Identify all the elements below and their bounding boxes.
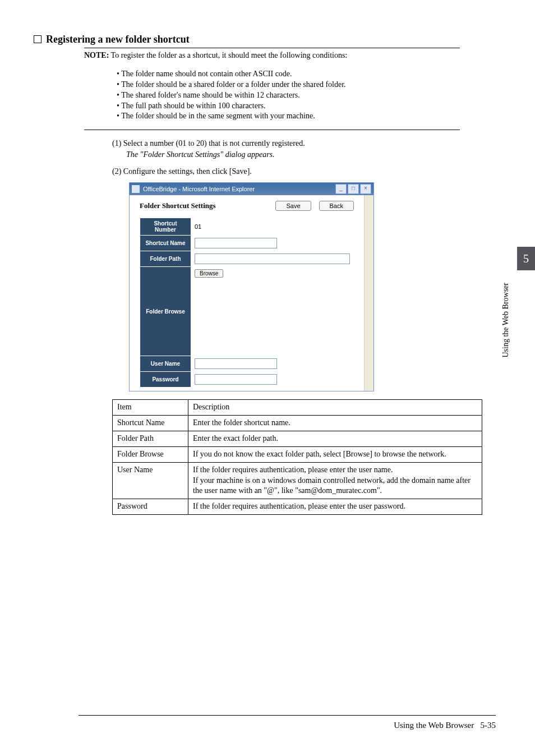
save-button[interactable]: Save <box>275 201 311 211</box>
table-item: Folder Path <box>113 431 188 446</box>
divider-top <box>84 48 460 48</box>
table-item: Folder Browse <box>113 446 188 462</box>
note-bullet: The folder name should not contain other… <box>123 69 496 80</box>
window-titlebar: OfficeBridge - Microsoft Internet Explor… <box>130 183 373 195</box>
field-label-folder-path: Folder Path <box>140 251 191 267</box>
note-label: NOTE: <box>84 51 109 59</box>
footer-text: Using the Web Browser <box>394 721 474 730</box>
table-desc: If the folder requires authentication, p… <box>188 499 482 515</box>
section-heading-text: Registering a new folder shortcut <box>46 34 190 45</box>
checkbox-bullet-icon <box>34 35 41 43</box>
table-desc: Enter the exact folder path. <box>188 431 482 446</box>
field-label-folder-browse: Folder Browse <box>140 267 191 356</box>
table-item: User Name <box>113 462 188 499</box>
table-item: Shortcut Name <box>113 416 188 431</box>
field-label-user-name: User Name <box>140 356 191 372</box>
table-row: Shortcut Name Enter the folder shortcut … <box>113 416 482 431</box>
folder-path-input[interactable] <box>195 253 350 264</box>
shortcut-name-input[interactable] <box>195 238 277 248</box>
section-heading: Registering a new folder shortcut <box>34 34 496 45</box>
note-bullet: The shared folder's name should be withi… <box>123 90 496 101</box>
dialog-screenshot: OfficeBridge - Microsoft Internet Explor… <box>129 182 496 391</box>
table-header-item: Item <box>113 400 188 416</box>
table-row: Folder Path Enter the exact folder path. <box>113 431 482 446</box>
close-icon[interactable]: × <box>360 184 371 194</box>
page-footer: Using the Web Browser 5-35 <box>394 721 496 730</box>
note-bullet: The folder should be in the same segment… <box>123 111 496 122</box>
table-row: Folder Browse If you do not know the exa… <box>113 446 482 462</box>
field-value-shortcut-number: 01 <box>191 218 354 236</box>
user-name-input[interactable] <box>195 358 277 369</box>
step-1-text: (1) Select a number (01 to 20) that is n… <box>112 139 305 147</box>
note-block: NOTE: To register the folder as a shortc… <box>84 50 496 122</box>
window-title: OfficeBridge - Microsoft Internet Explor… <box>143 186 335 192</box>
step-2-text: (2) Configure the settings, then click [… <box>112 167 252 176</box>
step-1-result: The "Folder Shortcut Settings" dialog ap… <box>112 149 496 160</box>
chapter-tab: 5 <box>517 247 535 270</box>
footer-rule <box>79 715 496 716</box>
ie-app-icon <box>132 185 140 193</box>
step-2: (2) Configure the settings, then click [… <box>112 166 496 177</box>
back-button[interactable]: Back <box>319 201 354 211</box>
table-desc: Enter the folder shortcut name. <box>188 416 482 431</box>
scrollbar[interactable] <box>364 195 373 391</box>
note-intro: To register the folder as a shortcut, it… <box>111 51 348 59</box>
field-label-password: Password <box>140 372 191 388</box>
note-bullet: The full path should be within 100 chara… <box>123 101 496 112</box>
table-row: Password If the folder requires authenti… <box>113 499 482 515</box>
browse-button[interactable]: Browse <box>195 269 223 278</box>
minimize-icon[interactable]: _ <box>335 184 347 194</box>
chapter-number: 5 <box>523 252 529 265</box>
table-item: Password <box>113 499 188 515</box>
divider-bottom <box>84 130 460 130</box>
field-label-shortcut-name: Shortcut Name <box>140 236 191 251</box>
note-bullets: The folder name should not contain other… <box>84 69 496 122</box>
note-bullet: The folder should be a shared folder or … <box>123 80 496 90</box>
description-table: Item Description Shortcut Name Enter the… <box>112 399 482 515</box>
step-1: (1) Select a number (01 to 20) that is n… <box>112 138 496 160</box>
password-input[interactable] <box>195 374 277 385</box>
side-caption: Using the Web Browser <box>501 283 510 358</box>
maximize-icon[interactable]: □ <box>348 184 359 194</box>
table-row: User Name If the folder requires authent… <box>113 462 482 499</box>
table-desc: If you do not know the exact folder path… <box>188 446 482 462</box>
table-header-desc: Description <box>188 400 482 416</box>
table-desc: If the folder requires authentication, p… <box>188 462 482 499</box>
page-number: 5-35 <box>481 721 496 730</box>
dialog-title: Folder Shortcut Settings <box>140 201 275 210</box>
field-label-shortcut-number: Shortcut Number <box>140 218 191 236</box>
